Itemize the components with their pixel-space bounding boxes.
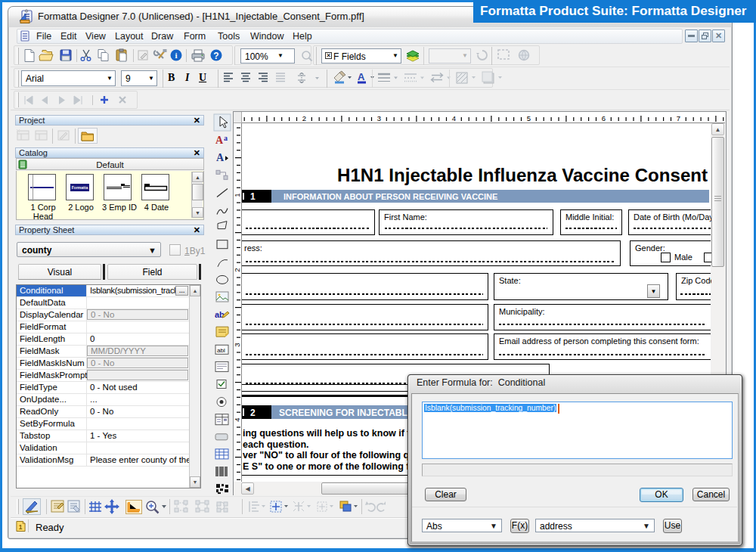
svg-text:A: A (358, 71, 365, 82)
svg-text:7: 7 (677, 114, 680, 122)
svg-text:2: 2 (234, 268, 241, 271)
svg-text:A: A (215, 135, 224, 146)
svg-text:2: 2 (302, 114, 306, 122)
svg-text:6: 6 (602, 114, 606, 122)
svg-text:abl: abl (217, 347, 225, 354)
svg-text:?: ? (213, 51, 218, 61)
svg-text:4: 4 (452, 114, 456, 122)
svg-text:a: a (224, 134, 228, 142)
svg-text:5: 5 (527, 114, 531, 122)
svg-text:1: 1 (234, 193, 241, 197)
svg-text:A: A (216, 152, 225, 163)
svg-text:i: i (175, 51, 177, 60)
svg-text:4: 4 (234, 417, 241, 421)
svg-text:3: 3 (377, 114, 381, 122)
svg-text:ab: ab (215, 310, 225, 319)
svg-text:1: 1 (19, 523, 23, 531)
svg-text:3: 3 (234, 343, 241, 346)
